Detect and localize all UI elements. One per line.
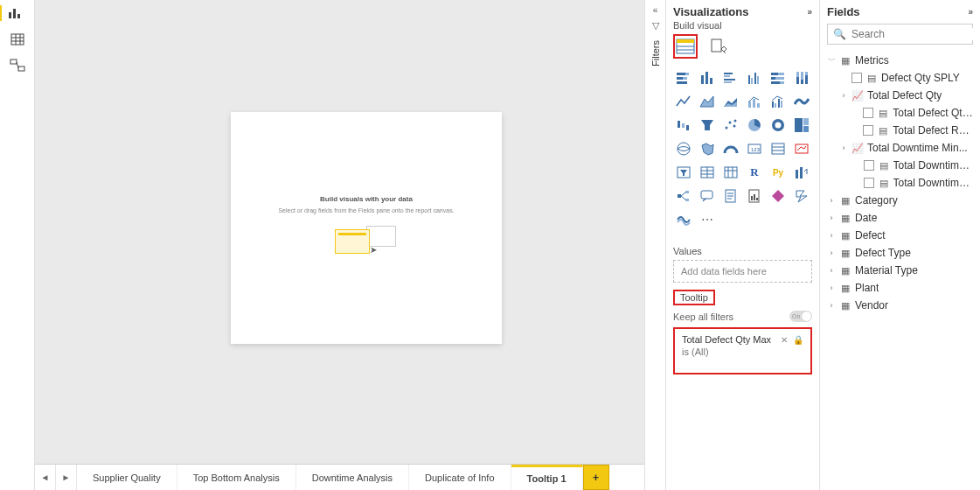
table-defect[interactable]: ›▦Defect xyxy=(827,227,973,244)
field-total-downtime-child2[interactable]: ▤ Total Downtime ... xyxy=(827,174,973,192)
tooltip-filter-card[interactable]: Total Defect Qty Max ✕ 🔒 is (All) xyxy=(673,327,812,374)
chevron-right-icon[interactable]: › xyxy=(839,144,848,152)
pie-icon[interactable] xyxy=(744,115,765,136)
card-icon[interactable]: 123 xyxy=(744,138,765,159)
expand-filters-icon[interactable]: « xyxy=(653,5,658,15)
scatter-icon[interactable] xyxy=(720,115,741,136)
trend-icon: 📈 xyxy=(851,90,864,102)
field-total-defect-rep[interactable]: ▤ Total Defect Rep... xyxy=(827,122,973,139)
svg-rect-71 xyxy=(772,144,784,154)
more-visuals-icon[interactable]: ⋯ xyxy=(697,209,718,230)
treemap-icon[interactable] xyxy=(791,115,812,136)
field-total-defect-qty-child1[interactable]: ▤ Total Defect Qty ... xyxy=(827,104,973,122)
line-stacked-column-icon[interactable] xyxy=(744,91,765,112)
line-clustered-column-icon[interactable] xyxy=(768,91,789,112)
paginated-report-icon[interactable] xyxy=(744,186,765,206)
filled-map-icon[interactable] xyxy=(697,138,718,159)
kpi-icon[interactable] xyxy=(791,138,812,159)
remove-filter-icon[interactable]: ✕ xyxy=(781,335,788,345)
add-page-button[interactable]: + xyxy=(583,465,609,490)
funnel-chart-icon[interactable] xyxy=(697,115,718,136)
r-visual-icon[interactable]: R xyxy=(744,162,765,183)
decomposition-tree-icon[interactable] xyxy=(673,186,694,206)
svg-rect-52 xyxy=(778,99,780,108)
table-metrics[interactable]: ﹀ ▦ Metrics xyxy=(827,52,973,69)
svg-rect-51 xyxy=(775,103,776,108)
multi-row-card-icon[interactable] xyxy=(768,138,789,159)
data-view-button[interactable] xyxy=(10,32,25,47)
report-view-button[interactable] xyxy=(0,5,33,21)
svg-rect-19 xyxy=(683,77,687,80)
ribbon-chart-icon[interactable] xyxy=(791,91,812,112)
tab-top-bottom[interactable]: Top Bottom Analysis xyxy=(177,465,296,490)
tab-scroll-left[interactable]: ◄ xyxy=(35,465,56,490)
arcgis-icon[interactable] xyxy=(673,209,694,230)
hundred-stacked-bar-icon[interactable] xyxy=(768,67,789,88)
lock-filter-icon[interactable]: 🔒 xyxy=(793,335,803,345)
gauge-icon[interactable] xyxy=(720,138,741,159)
tab-scroll-right[interactable]: ► xyxy=(56,465,77,490)
report-page-canvas[interactable]: Build visuals with your data Select or d… xyxy=(231,112,502,344)
measure-icon: ▤ xyxy=(877,108,889,119)
line-chart-icon[interactable] xyxy=(673,91,694,112)
clustered-bar-icon[interactable] xyxy=(720,67,741,88)
svg-point-68 xyxy=(678,143,690,155)
smart-narrative-icon[interactable] xyxy=(720,186,741,206)
table-visual-icon[interactable] xyxy=(697,162,718,183)
tab-tooltip-1[interactable]: Tooltip 1 xyxy=(511,465,583,490)
matrix-icon[interactable] xyxy=(720,162,741,183)
tab-duplicate-info[interactable]: Duplicate of Info xyxy=(409,465,511,490)
table-plant[interactable]: ›▦Plant xyxy=(827,279,973,297)
stacked-area-icon[interactable] xyxy=(720,91,741,112)
table-vendor[interactable]: ›▦Vendor xyxy=(827,297,973,314)
svg-marker-102 xyxy=(796,191,807,202)
stacked-bar-icon[interactable] xyxy=(673,67,694,88)
search-input[interactable] xyxy=(851,28,980,40)
checkbox[interactable] xyxy=(864,178,874,188)
power-automate-icon[interactable] xyxy=(791,186,812,206)
model-view-button[interactable] xyxy=(10,58,25,74)
format-visual-button[interactable] xyxy=(706,34,731,59)
collapse-viz-icon[interactable]: » xyxy=(807,7,812,17)
field-total-downtime-child1[interactable]: ▤ Total Downtime ... xyxy=(827,157,973,174)
key-influencers-icon[interactable] xyxy=(791,162,812,183)
area-chart-icon[interactable] xyxy=(697,91,718,112)
svg-rect-66 xyxy=(803,118,809,125)
clustered-column-icon[interactable] xyxy=(744,67,765,88)
svg-line-90 xyxy=(681,192,685,196)
field-defect-qty-sply[interactable]: ▤ Defect Qty SPLY xyxy=(827,69,973,87)
hundred-stacked-column-icon[interactable] xyxy=(791,67,812,88)
chevron-right-icon[interactable]: › xyxy=(839,91,848,100)
tab-downtime[interactable]: Downtime Analysis xyxy=(296,465,409,490)
keep-filters-toggle[interactable]: On xyxy=(789,311,812,322)
build-visual-button[interactable] xyxy=(673,34,698,59)
svg-rect-92 xyxy=(701,191,712,199)
checkbox[interactable] xyxy=(863,125,873,136)
table-date[interactable]: ›▦Date xyxy=(827,209,973,227)
collapse-fields-icon[interactable]: » xyxy=(968,7,973,17)
filters-pane-collapsed[interactable]: « ▽ Filters xyxy=(644,0,665,490)
field-total-downtime-min[interactable]: › 📈 Total Downtime Min... xyxy=(827,139,973,157)
tab-supplier-quality[interactable]: Supplier Quality xyxy=(77,465,177,490)
stacked-column-icon[interactable] xyxy=(697,67,718,88)
checkbox[interactable] xyxy=(863,108,873,118)
left-nav-rail xyxy=(0,0,35,490)
waterfall-icon[interactable] xyxy=(673,115,694,136)
fields-search-box[interactable]: 🔍 xyxy=(827,24,973,45)
field-total-defect-qty[interactable]: › 📈 Total Defect Qty xyxy=(827,87,973,104)
checkbox[interactable] xyxy=(864,160,874,171)
table-category[interactable]: ›▦Category xyxy=(827,192,973,209)
donut-icon[interactable] xyxy=(768,115,789,136)
map-icon[interactable] xyxy=(673,138,694,159)
power-apps-icon[interactable] xyxy=(768,186,789,206)
viz-pane-header: Visualizations » xyxy=(673,5,812,18)
table-defect-type[interactable]: ›▦Defect Type xyxy=(827,244,973,262)
svg-rect-81 xyxy=(725,167,737,178)
checkbox[interactable] xyxy=(851,73,862,83)
values-drop-area[interactable]: Add data fields here xyxy=(673,260,812,283)
table-icon: ▦ xyxy=(839,213,851,224)
slicer-icon[interactable] xyxy=(673,162,694,183)
python-visual-icon[interactable]: Py xyxy=(768,162,789,183)
table-material-type[interactable]: ›▦Material Type xyxy=(827,262,973,279)
qa-visual-icon[interactable] xyxy=(697,186,718,206)
